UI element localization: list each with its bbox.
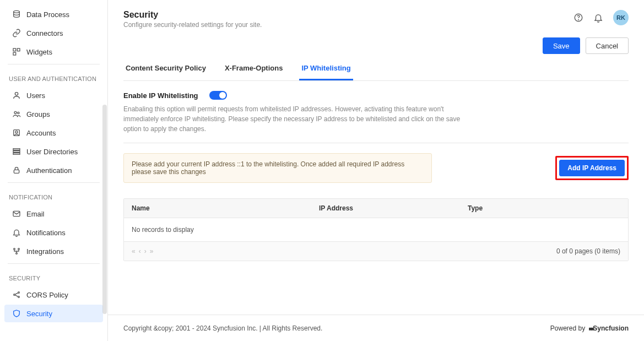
col-name[interactable]: Name xyxy=(124,199,311,218)
col-type[interactable]: Type xyxy=(460,199,628,218)
svg-rect-9 xyxy=(13,149,20,150)
svg-point-19 xyxy=(18,296,20,298)
help-icon[interactable] xyxy=(573,13,583,23)
svg-point-0 xyxy=(14,10,20,13)
sidebar-item-authentication[interactable]: Authentication xyxy=(4,161,103,179)
sidebar-item-widgets[interactable]: Widgets xyxy=(4,43,103,61)
sidebar-item-label: Users xyxy=(26,91,45,100)
add-ip-address-button[interactable]: Add IP Address xyxy=(559,160,625,176)
sidebar-item-groups[interactable]: Groups xyxy=(4,105,103,123)
sidebar-item-email[interactable]: Email xyxy=(4,205,103,223)
svg-rect-1 xyxy=(13,48,16,51)
sidebar-heading-security: SECURITY xyxy=(0,267,107,285)
tab-content-security-policy[interactable]: Content Security Policy xyxy=(123,58,208,80)
section-description: Enabaling this option will permit reques… xyxy=(123,104,476,134)
sidebar-item-user-directories[interactable]: User Directories xyxy=(4,143,103,160)
link-icon xyxy=(12,29,21,37)
tab-x-frame-options[interactable]: X-Frame-Options xyxy=(223,58,285,80)
sidebar-item-label: CORS Policy xyxy=(26,291,68,299)
divider xyxy=(8,182,100,183)
svg-point-8 xyxy=(15,131,18,133)
sidebar-item-users[interactable]: Users xyxy=(4,86,103,104)
divider xyxy=(8,64,100,64)
table-header: Name IP Address Type xyxy=(124,199,628,218)
sidebar-item-security[interactable]: Security xyxy=(4,305,103,322)
powered-by-label: Powered by xyxy=(550,324,585,332)
footer: Copyright &copy; 2001 - 2024 Syncfusion … xyxy=(108,315,644,341)
sidebar: Data Process Connectors Widgets USER AND… xyxy=(0,0,108,341)
ip-alert: Please add your current IP address ::1 t… xyxy=(123,153,432,183)
sidebar-item-accounts[interactable]: Accounts xyxy=(4,124,103,142)
sidebar-item-label: Security xyxy=(26,310,52,318)
scrollbar[interactable] xyxy=(102,0,107,341)
account-icon xyxy=(12,128,21,137)
sidebar-item-connectors[interactable]: Connectors xyxy=(4,24,103,42)
enable-ip-whitelisting-toggle[interactable] xyxy=(209,91,227,100)
sidebar-item-label: Notifications xyxy=(26,229,66,237)
add-ip-highlight: Add IP Address xyxy=(555,156,629,180)
sidebar-item-integrations[interactable]: Integrations xyxy=(4,242,103,260)
avatar[interactable]: RK xyxy=(613,10,629,25)
col-ip-address[interactable]: IP Address xyxy=(311,199,460,218)
sidebar-item-label: User Directories xyxy=(26,148,78,156)
user-icon xyxy=(12,91,21,100)
database-icon xyxy=(12,10,21,19)
svg-point-18 xyxy=(18,292,20,294)
lock-icon xyxy=(12,166,21,175)
svg-rect-10 xyxy=(13,151,20,153)
sidebar-item-label: Widgets xyxy=(26,48,52,56)
shield-icon xyxy=(12,309,21,318)
svg-point-5 xyxy=(14,111,17,113)
sidebar-item-label: Integrations xyxy=(26,247,64,256)
svg-rect-12 xyxy=(14,170,19,173)
sidebar-heading-notification: NOTIFICATION xyxy=(0,186,107,204)
users-icon xyxy=(12,110,21,118)
pager-prev-icon[interactable]: ‹ xyxy=(139,247,141,255)
table-footer: « ‹ › » 0 of 0 pages (0 items) xyxy=(124,242,628,261)
syncfusion-logo: Syncfusion xyxy=(588,324,629,332)
tab-ip-whitelisting[interactable]: IP Whitelisting xyxy=(299,58,353,80)
pager-next-icon[interactable]: › xyxy=(144,247,147,255)
sidebar-item-notifications[interactable]: Notifications xyxy=(4,224,103,241)
pager-last-icon[interactable]: » xyxy=(150,247,154,255)
bell-icon xyxy=(12,228,21,237)
cancel-button[interactable]: Cancel xyxy=(586,37,629,54)
pager-first-icon[interactable]: « xyxy=(132,247,136,255)
page-info: 0 of 0 pages (0 items) xyxy=(556,247,620,255)
sidebar-heading-user: USER AND AUTHENTICATION xyxy=(0,68,107,85)
tabs: Content Security Policy X-Frame-Options … xyxy=(123,58,629,81)
svg-rect-3 xyxy=(13,52,16,55)
divider xyxy=(8,263,100,264)
pager: « ‹ › » xyxy=(132,247,153,255)
directory-icon xyxy=(12,147,21,156)
widgets-icon xyxy=(12,47,21,56)
svg-point-17 xyxy=(14,294,15,296)
sidebar-item-cors[interactable]: CORS Policy xyxy=(4,286,103,304)
sidebar-item-label: Data Process xyxy=(26,10,69,19)
sidebar-item-label: Authentication xyxy=(26,166,72,175)
sidebar-item-label: Email xyxy=(26,210,45,218)
svg-point-15 xyxy=(18,248,20,250)
sidebar-item-label: Groups xyxy=(26,110,50,118)
page-subtitle: Configure security-related settings for … xyxy=(123,21,262,29)
notification-bell-icon[interactable] xyxy=(593,13,603,23)
share-icon xyxy=(12,290,21,299)
svg-rect-11 xyxy=(13,153,20,155)
svg-point-4 xyxy=(15,93,18,95)
page-title: Security xyxy=(123,10,262,20)
save-button[interactable]: Save xyxy=(543,37,580,54)
svg-rect-2 xyxy=(17,48,20,51)
svg-point-16 xyxy=(16,253,18,255)
plugin-icon xyxy=(12,247,21,256)
svg-point-6 xyxy=(18,112,19,113)
table-empty-text: No records to display xyxy=(124,218,628,242)
mail-icon xyxy=(12,209,21,218)
svg-point-21 xyxy=(578,19,579,20)
sidebar-item-data-process[interactable]: Data Process xyxy=(4,6,103,23)
copyright: Copyright &copy; 2001 - 2024 Syncfusion … xyxy=(123,324,322,332)
sidebar-item-label: Connectors xyxy=(26,29,63,37)
ip-table: Name IP Address Type No records to displ… xyxy=(123,198,629,261)
svg-point-14 xyxy=(14,248,15,250)
sidebar-item-label: Accounts xyxy=(26,129,56,137)
divider xyxy=(123,143,629,143)
